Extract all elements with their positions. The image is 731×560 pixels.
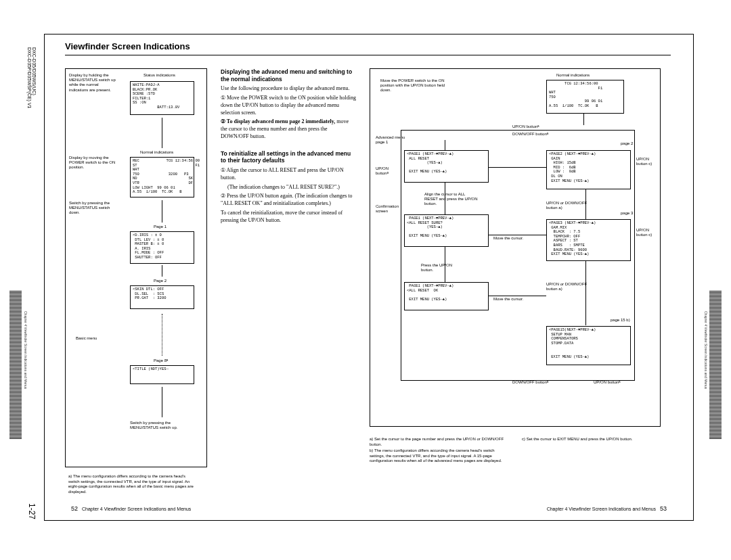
left-diagram-frame: Display by holding the MENU/STATUS switc… xyxy=(65,68,207,467)
chapter-label-right: Chapter 4 Viewfinder Screen Indications … xyxy=(704,311,708,389)
reinit-step-1: ① Align the cursor to ALL RESET and pres… xyxy=(221,167,356,182)
screen-page-2: <SKIN DTL: OFF DL.SEL : SCS PR.GAT : 320… xyxy=(130,285,194,309)
footnote-left: a) The menu configuration differs accord… xyxy=(68,474,197,494)
page-spread: Viewfinder Screen Indications Display by… xyxy=(44,34,694,521)
outer-loop-r xyxy=(634,130,635,380)
para-intro: Use the following procedure to display t… xyxy=(221,85,356,93)
step-2: ② To display advanced menu page 2 immedi… xyxy=(221,118,356,140)
label-page-2-right: page 2 xyxy=(621,141,633,146)
label-page-8: Page 8ª xyxy=(154,358,168,363)
label-page-15: page 15 b) xyxy=(611,318,630,323)
btn-upon-right-2: UP/ON button c) xyxy=(636,228,660,237)
connector-4 xyxy=(162,387,162,417)
footer-chapter-right: Chapter 4 Viewfinder Screen Indications … xyxy=(547,507,656,511)
line-5 xyxy=(585,189,586,219)
line-2 xyxy=(445,140,445,150)
screen-page-8: <TITLE (NDT)YES→ xyxy=(130,365,194,384)
outer-loop-l xyxy=(401,130,401,380)
page-num-52: 52 xyxy=(71,505,78,512)
label-page-3: page 3 xyxy=(621,211,633,216)
reinit-step-1-sub: (The indication changes to "ALL RESET SU… xyxy=(221,184,356,191)
left-diagram-column: Display by holding the MENU/STATUS switc… xyxy=(65,68,207,467)
right-diagram-column: Move the POWER switch to the ON position… xyxy=(370,68,661,467)
section-title: Viewfinder Screen Indications xyxy=(65,41,190,51)
line-9 xyxy=(489,296,546,296)
screen-normal-right: TCG 12:34:56:00 F1 WHT 750 99 06 01 A.55… xyxy=(546,80,624,114)
line-6 xyxy=(585,261,586,325)
label-display-hold: Display by holding the MENU/STATUS switc… xyxy=(69,73,116,93)
step-2-lead: ② To display advanced menu page 2 immedi… xyxy=(221,118,335,124)
barcode-left xyxy=(9,291,22,440)
label-adv-menu-p1: Advanced menu page 1 xyxy=(376,135,409,145)
reinit-step-2: ② Press the UP/ON button again. (The ind… xyxy=(221,193,356,208)
page-footer-right: Chapter 4 Viewfinder Screen Indications … xyxy=(547,505,669,512)
foot-a: a) Set the cursor to the page number and… xyxy=(370,437,508,447)
line-4 xyxy=(445,247,445,282)
connector-3 xyxy=(162,265,162,277)
middle-text-column: Displaying the advanced menu and switchi… xyxy=(221,68,356,467)
outer-loop-b xyxy=(401,380,635,381)
outer-loop-t xyxy=(401,130,635,131)
label-normal-right: Normal indications xyxy=(556,73,590,78)
label-basic-menu: Basic menu xyxy=(76,336,97,341)
connector-2 xyxy=(162,200,162,223)
label-switch-press-down: Switch by pressing the MENU/STATUS switc… xyxy=(69,201,116,216)
screen-adv-page2: <PAGE2 (NEXT→▼PREV→▲) GAIN HIGH: 15dB MI… xyxy=(546,150,631,189)
btn-updown-off-1: UP/ON or DOWN/OFF button a) xyxy=(546,201,590,210)
line-8 xyxy=(489,235,546,235)
btn-label-downoff-2: DOWN/OFF buttonª xyxy=(512,380,548,385)
label-display-moving: Display by moving the POWER switch to th… xyxy=(69,156,116,170)
heading-display-advanced: Displaying the advanced menu and switchi… xyxy=(221,68,356,83)
footnotes-right: a) Set the cursor to the page number and… xyxy=(370,437,661,464)
label-confirmation: Confirmation screen xyxy=(376,204,406,214)
reinit-cancel: To cancel the reinitialization, move the… xyxy=(221,210,356,225)
page-num-53: 53 xyxy=(660,505,667,512)
btn-upon-left-1: UP/ON buttonª xyxy=(376,166,399,176)
page-footer-left: 52 Chapter 4 Viewfinder Screen Indicatio… xyxy=(68,505,191,512)
label-status-indications: Status indications xyxy=(143,73,175,78)
label-power-on: Move the POWER switch to the ON position… xyxy=(380,78,455,93)
doc-model: DXC-D35/D35WS(UC) DXC-D35P/D35WSP(CE) V1 xyxy=(27,47,37,101)
heading-reinit: To reinitialize all settings in the adva… xyxy=(221,150,356,164)
foot-c: c) Set the cursor to EXIT MENU and press… xyxy=(522,437,661,442)
chapter-label-left: Chapter 4 Viewfinder Screen Indications … xyxy=(24,311,28,389)
label-switch-press-up: Switch by pressing the MENU/STATUS switc… xyxy=(130,421,191,430)
btn-upon-right-1: UP/ON button c) xyxy=(636,157,660,166)
label-press-upon: Press the UP/ON button. xyxy=(421,263,458,273)
barcode-right xyxy=(709,291,722,440)
label-conf-instruction: Align the cursor to ALL RESET and press … xyxy=(424,192,479,207)
label-page-2: Page 2 xyxy=(154,279,167,283)
btn-label-upon-2: UP/ON buttonª xyxy=(594,380,621,385)
connector xyxy=(162,118,162,148)
screen-status: WHITE:PADJ-A BLACK:PR.OK SCENE :STD FILT… xyxy=(130,81,194,115)
screen-adv-page3: <PAGE3 (NEXT→▼PREV→▲) GAM.MIX BLACK : 7.… xyxy=(546,219,631,261)
btn-label-downoff: DOWN/OFF buttonª xyxy=(512,132,548,137)
btn-updown-off-2: UP/ON or DOWN/OFF button a) xyxy=(546,282,590,291)
screen-confirm: PAGE1 (NEXT→▼PREV→▲) <ALL RESET SURE? (Y… xyxy=(404,214,489,247)
dotted-connector xyxy=(162,314,162,356)
screen-normal: REC TCG 12:34:56:00 ST F1 WHT 750 3200 P… xyxy=(130,157,194,197)
screen-page-1: <D.IRIS : ± 0 DTL LEV : ± 0 MASTER B: ± … xyxy=(130,231,194,264)
step-1: ① Move the POWER switch to the ON positi… xyxy=(221,95,356,116)
screen-reset-ok: PAGE1 (NEXT→▼PREV→▲) <ALL RESET OK EXIT … xyxy=(404,282,489,310)
line-7 xyxy=(489,167,546,168)
right-diagram-frame: Move the POWER switch to the ON position… xyxy=(370,68,661,427)
screen-adv-page1: <PAGE1 (NEXT→▼PREV→▲) ALL RESET (YES→▲) … xyxy=(404,150,489,183)
doc-page-num: 1-27 xyxy=(27,503,37,519)
title-rule xyxy=(65,55,671,55)
label-page-1: Page 1 xyxy=(154,225,167,229)
screen-adv-page15: <PAGE15(NEXT→▼PREV→▲) SETUP MAN COMPENSA… xyxy=(546,326,631,365)
label-move-cursor-2: Move the cursor. xyxy=(493,297,523,302)
line-1 xyxy=(583,113,584,125)
label-move-cursor-1: Move the cursor. xyxy=(493,236,523,241)
footer-chapter-left: Chapter 4 Viewfinder Screen Indications … xyxy=(82,507,191,511)
btn-label-upon: UP/ON buttonª xyxy=(512,124,539,129)
foot-b: b) The menu configuration differs accord… xyxy=(370,448,508,464)
line-3 xyxy=(445,183,445,214)
label-normal-indications: Normal indications xyxy=(140,150,173,155)
